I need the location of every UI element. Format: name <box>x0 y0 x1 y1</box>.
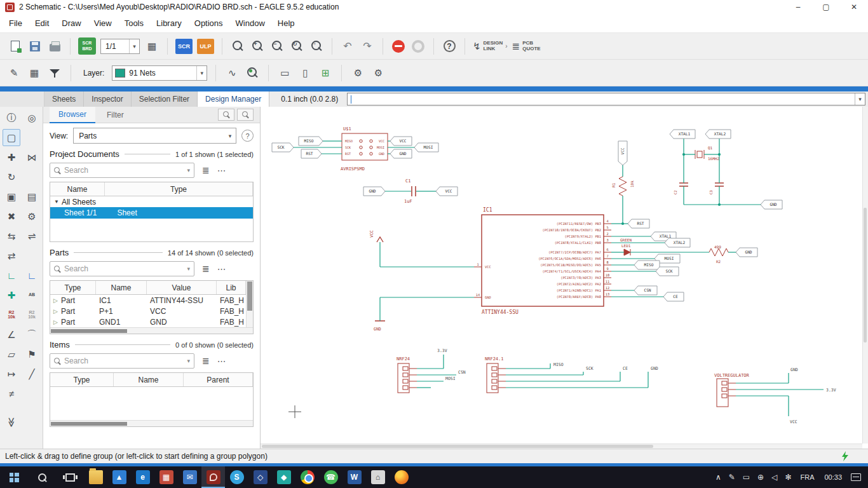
view-selector[interactable]: Parts ▾ <box>73 128 236 144</box>
menu-tools[interactable]: Tools <box>118 14 150 33</box>
schematic-canvas[interactable]: MISOSCKRSTVCCMOSIGNDGNDVCCRSTXTAL1XTAL2M… <box>261 107 868 449</box>
settings-alt-button[interactable]: ⚙ <box>370 64 386 82</box>
add-net-class-button[interactable]: ⊞ <box>318 64 333 82</box>
taskbar-office[interactable]: ▦ <box>154 466 178 488</box>
replace-icon[interactable]: ⇆ <box>3 227 20 245</box>
parts-search-input[interactable] <box>64 264 184 273</box>
part-row[interactable]: ▷ Part P+1 VCC FAB_H <box>50 306 246 316</box>
change-icon[interactable]: ⚙ <box>23 208 41 225</box>
volume-icon[interactable]: ◁ <box>771 473 777 482</box>
tab-design-manager[interactable]: Design Manager <box>198 92 269 107</box>
items-search-input[interactable] <box>64 356 184 365</box>
menu-window[interactable]: Window <box>229 14 271 33</box>
column-header-parent[interactable]: Parent <box>184 373 253 386</box>
taskbar-firefox[interactable] <box>390 466 413 488</box>
c3-capacitor[interactable] <box>715 183 724 186</box>
help-button[interactable]: ? <box>442 37 457 55</box>
vcc-symbol[interactable] <box>377 237 383 242</box>
panel-search-collapse-button[interactable] <box>218 109 234 121</box>
tab-selection-filter[interactable]: Selection Filter <box>132 92 198 107</box>
sheet-list-button[interactable]: ▦ <box>144 37 159 55</box>
taskbar-visual-studio[interactable]: ◇ <box>248 466 272 488</box>
menu-view[interactable]: View <box>88 14 118 33</box>
column-header-type[interactable]: Type <box>50 373 114 386</box>
close-button[interactable]: ✕ <box>840 0 868 14</box>
taskbar-skype[interactable]: S <box>225 466 248 488</box>
led1-diode[interactable] <box>624 249 630 255</box>
scrollbar-thumb[interactable] <box>51 422 127 426</box>
minimize-button[interactable]: – <box>784 0 812 14</box>
parts-vertical-scrollbar[interactable] <box>246 281 253 327</box>
part-row[interactable]: ▷ Part IC1 ATTINY44-SSU FAB_H <box>50 295 246 306</box>
taskbar-search-button[interactable] <box>28 466 56 488</box>
column-options-icon[interactable]: ≣ <box>202 356 210 366</box>
copy-icon[interactable]: ▣ <box>3 188 20 205</box>
go-button[interactable] <box>410 37 426 55</box>
rotate-icon[interactable]: ↻ <box>3 168 20 186</box>
split-icon[interactable]: ⌒ <box>23 326 41 343</box>
network-icon[interactable]: ⊕ <box>757 473 764 482</box>
canvas-hscrollbar[interactable] <box>261 444 862 449</box>
bus-icon[interactable]: ∟ <box>23 267 41 284</box>
taskbar-edge[interactable]: e <box>131 466 154 488</box>
command-combobox[interactable]: ▾ <box>347 93 865 105</box>
bus-ripup-icon[interactable]: ≠ <box>3 385 20 402</box>
move-icon[interactable]: ✚ <box>3 149 20 166</box>
smash-icon[interactable]: R2 10k <box>23 306 41 323</box>
tree-expanded-icon[interactable]: ▼ <box>54 199 59 205</box>
help-circle-button[interactable]: ? <box>241 130 254 142</box>
taskbar-chrome[interactable] <box>295 466 319 488</box>
wire-style-button[interactable]: ∿ <box>224 64 240 82</box>
column-header-name[interactable]: Name <box>50 182 105 196</box>
start-button[interactable] <box>0 466 28 488</box>
frame-b-button[interactable]: ▯ <box>297 64 313 82</box>
items-horizontal-scrollbar[interactable] <box>50 420 253 426</box>
column-header-name[interactable]: Name <box>96 281 147 294</box>
layer-selector[interactable]: 91 Nets ▾ <box>112 65 207 81</box>
chevron-down-icon[interactable]: ▾ <box>224 133 236 139</box>
notification-center-icon[interactable] <box>851 473 861 481</box>
snowflake-icon[interactable]: ✻ <box>785 473 791 482</box>
r1-resistor[interactable] <box>619 177 627 196</box>
scrollbar-thumb[interactable] <box>262 445 653 448</box>
design-link-button[interactable]: ↯ DESIGNLINK › <box>473 41 508 52</box>
menu-help[interactable]: Help <box>271 14 301 33</box>
scrollbar-thumb[interactable] <box>51 329 127 333</box>
zoom-out-button[interactable]: − <box>269 37 285 55</box>
chevron-down-icon[interactable]: ▾ <box>196 66 207 80</box>
junction-icon[interactable]: ✚ <box>3 287 20 304</box>
run-ulp-button[interactable]: ULP <box>197 39 214 54</box>
nrf24-1-connector[interactable] <box>487 363 506 393</box>
column-header-type[interactable]: Type <box>50 281 96 294</box>
menu-options[interactable]: Options <box>188 14 229 33</box>
column-header-lib[interactable]: Lib <box>217 281 246 294</box>
more-options-icon[interactable]: ⋯ <box>217 356 227 366</box>
group-icon[interactable]: ▢ <box>3 129 20 146</box>
stop-button[interactable] <box>391 37 406 55</box>
parts-horizontal-scrollbar[interactable] <box>50 327 253 334</box>
column-header-value[interactable]: Value <box>147 281 217 294</box>
pinswap-icon[interactable]: ⇌ <box>23 227 41 245</box>
panel-search-button[interactable] <box>237 109 254 121</box>
generate-board-button[interactable]: SCR BRD <box>78 37 96 55</box>
taskbar-eagle[interactable] <box>201 466 225 488</box>
net-icon[interactable]: ∟ <box>3 267 20 284</box>
r2-resistor[interactable] <box>709 248 728 256</box>
label-icon[interactable]: ⚑ <box>23 346 41 363</box>
info-icon[interactable]: ⓘ <box>3 109 20 126</box>
column-options-icon[interactable]: ≣ <box>202 264 210 274</box>
menu-file[interactable]: File <box>3 14 29 33</box>
tab-inspector[interactable]: Inspector <box>84 92 131 107</box>
print-button[interactable] <box>47 37 62 55</box>
polygon-icon[interactable]: ▱ <box>3 346 20 363</box>
frame-a-button[interactable]: ▭ <box>277 64 292 82</box>
more-options-icon[interactable]: ⋯ <box>217 264 227 274</box>
menu-library[interactable]: Library <box>150 14 188 33</box>
c1-capacitor[interactable] <box>412 186 416 196</box>
paste-icon[interactable]: ▤ <box>23 188 41 205</box>
name-icon[interactable]: AB <box>23 287 41 304</box>
chevron-down-icon[interactable]: ▾ <box>187 266 190 272</box>
part-row[interactable]: ▷ Part GND1 GND FAB_H <box>50 316 246 327</box>
zoom-fit-button[interactable] <box>230 37 245 55</box>
sheet-row-selected[interactable]: Sheet 1/1 Sheet <box>50 207 253 219</box>
